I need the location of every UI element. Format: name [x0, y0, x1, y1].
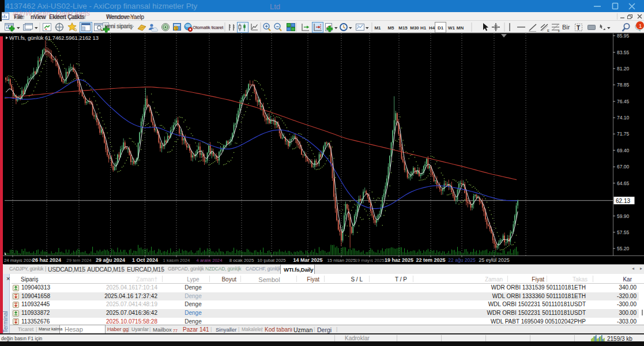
- svg-text:D1: D1: [438, 25, 444, 31]
- svg-text:M15: M15: [398, 25, 408, 31]
- svg-text:+: +: [265, 24, 268, 29]
- svg-text:29 ağu 2024: 29 ağu 2024: [96, 257, 125, 263]
- svg-text:57.55: 57.55: [617, 230, 630, 235]
- svg-text:H1: H1: [420, 25, 427, 31]
- svg-text:M1: M1: [374, 25, 381, 31]
- svg-text:76.45: 76.45: [617, 99, 630, 104]
- svg-text:1 kasım 2024: 1 kasım 2024: [163, 258, 190, 263]
- svg-text:Bir: Bir: [562, 24, 570, 31]
- svg-text:74.10: 74.10: [617, 115, 630, 121]
- svg-text:1: 1: [639, 22, 642, 29]
- svg-text:M30: M30: [410, 25, 419, 31]
- svg-text:71.75: 71.75: [617, 131, 630, 137]
- svg-text:19 mayıs 2025: 19 mayıs 2025: [355, 258, 385, 263]
- svg-text:26 haz 2024: 26 haz 2024: [32, 257, 61, 263]
- svg-text:MN: MN: [457, 25, 464, 31]
- svg-text:19 haz 2025: 19 haz 2025: [385, 257, 413, 263]
- svg-text:55.20: 55.20: [617, 246, 630, 251]
- svg-text:$: $: [175, 27, 177, 31]
- svg-text:8 ocak 2025: 8 ocak 2025: [229, 258, 254, 263]
- svg-text:Otomatik ticaret: Otomatik ticaret: [193, 25, 224, 31]
- svg-text:−: −: [276, 24, 279, 29]
- svg-text:24 mayıs 2024: 24 mayıs 2024: [4, 258, 34, 263]
- svg-text:M5: M5: [387, 25, 394, 31]
- svg-text:15 nisan 2025: 15 nisan 2025: [327, 258, 356, 263]
- svg-text:59.90: 59.90: [617, 213, 630, 219]
- svg-text:4 aralık 2024: 4 aralık 2024: [196, 258, 223, 263]
- svg-text:81.20: 81.20: [617, 66, 630, 72]
- svg-text:yeni sipariş: yeni sipariş: [106, 23, 133, 29]
- svg-text:25 eylül 2025: 25 eylül 2025: [479, 257, 510, 263]
- svg-text:10 şubat 2025: 10 şubat 2025: [257, 258, 286, 263]
- svg-text:78.85: 78.85: [617, 82, 630, 88]
- svg-text:22 ağu 2025: 22 ağu 2025: [448, 257, 476, 263]
- svg-text:E: E: [547, 29, 549, 32]
- svg-text:1 Oct 2024: 1 Oct 2024: [132, 257, 158, 263]
- svg-text:22 tem 2025: 22 tem 2025: [416, 257, 445, 263]
- svg-text:62.13: 62.13: [616, 198, 630, 204]
- svg-text:WTI.fs, günlük 61.7462.5961.21: WTI.fs, günlük 61.7462.5961.2162 13: [9, 35, 99, 41]
- svg-text:69.40: 69.40: [617, 148, 630, 153]
- svg-text:67.00: 67.00: [617, 164, 630, 170]
- svg-text:83.55: 83.55: [617, 50, 630, 55]
- svg-text:14 Mar 2025: 14 Mar 2025: [293, 257, 322, 263]
- svg-text:64.65: 64.65: [617, 180, 630, 186]
- svg-text:W1: W1: [448, 25, 455, 31]
- svg-text:T: T: [577, 25, 580, 31]
- svg-text:H4: H4: [429, 25, 435, 31]
- svg-text:85.95: 85.95: [617, 33, 630, 39]
- svg-text:29 tem 2024: 29 tem 2024: [66, 258, 92, 263]
